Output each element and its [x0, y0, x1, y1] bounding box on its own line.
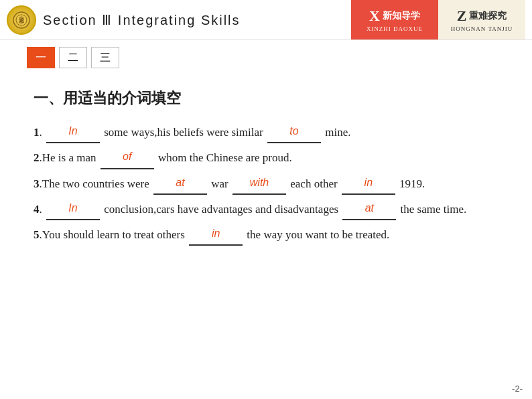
logo-icon: 龙 [12, 11, 31, 29]
tab-bar: 一 二 三 [0, 40, 532, 75]
exercise-2: 2.He is a man of whom the Chinese are pr… [34, 146, 498, 169]
ex3-num: 3 [34, 177, 40, 190]
section-title: 一、用适当的介词填空 [34, 88, 498, 108]
tab-1[interactable]: 一 [27, 47, 55, 68]
exercise-3: 3.The two countries were at war with eac… [34, 172, 498, 195]
page-number: -2- [512, 384, 523, 394]
tab-3[interactable]: 三 [91, 47, 119, 68]
ex1-num: 1 [34, 126, 40, 139]
ex3-blank2: with [232, 172, 286, 195]
ex2-blank1: of [101, 146, 154, 169]
logo: 龙 [7, 5, 36, 35]
badge-z-letter: Z [457, 7, 467, 25]
ex4-num: 4 [34, 203, 40, 216]
ex4-blank1: In [46, 197, 100, 220]
tab-2[interactable]: 二 [59, 47, 87, 68]
badge-z-pinyin: HONGNAN TANJIU [451, 25, 513, 32]
badge-hongnan: Z 重难探究 HONGNAN TANJIU [438, 0, 525, 39]
header-badges: X 新知导学 XINZHI DAOXUE Z 重难探究 HONGNAN TANJ… [351, 0, 525, 39]
badge-xinzhi: X 新知导学 XINZHI DAOXUE [351, 0, 438, 39]
badge-x-letter: X [369, 7, 380, 25]
exercise-5: 5.You should learn to treat others in th… [34, 223, 498, 246]
ex2-num: 2 [34, 151, 40, 164]
badge-x-pinyin: XINZHI DAOXUE [367, 25, 423, 32]
ex1-blank2: to [267, 121, 321, 143]
ex3-blank3: in [342, 172, 395, 195]
badge-x-cn: 新知导学 [383, 10, 420, 22]
ex1-blank1: In [46, 121, 100, 143]
main-content: 一、用适当的介词填空 1. In some ways,his beliefs w… [0, 75, 532, 262]
ex4-blank2: at [342, 197, 396, 220]
ex5-blank1: in [189, 223, 243, 246]
badge-z-cn: 重难探究 [469, 10, 507, 22]
ex5-num: 5 [34, 228, 40, 241]
exercise-4: 4. In conclusion,cars have advantages an… [34, 197, 498, 220]
header: 龙 Section Ⅲ Integrating Skills X 新知导学 XI… [0, 0, 532, 40]
svg-text:龙: 龙 [19, 17, 24, 23]
exercise-1: 1. In some ways,his beliefs were similar… [34, 121, 498, 143]
exercise-list: 1. In some ways,his beliefs were similar… [34, 121, 498, 246]
ex3-blank1: at [153, 172, 207, 195]
header-title: Section Ⅲ Integrating Skills [43, 12, 241, 28]
